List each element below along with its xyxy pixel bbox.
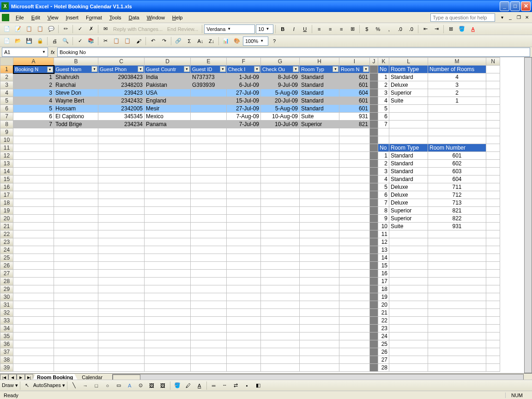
cell-N14[interactable] <box>486 168 500 175</box>
cell-N7[interactable] <box>486 113 500 121</box>
cell-F16[interactable] <box>227 183 261 191</box>
cell-M33[interactable] <box>428 317 486 325</box>
row-header-4[interactable]: 4 <box>0 89 13 97</box>
cell-N22[interactable] <box>486 230 500 238</box>
cell-N32[interactable] <box>486 309 500 317</box>
cell-N5[interactable] <box>486 97 500 105</box>
cell-H2[interactable]: Standard <box>300 73 339 81</box>
cell-D30[interactable] <box>145 293 191 301</box>
cell-I21[interactable] <box>339 223 370 230</box>
cell-C13[interactable] <box>98 160 145 168</box>
cell-I33[interactable] <box>339 317 370 325</box>
cell-K18[interactable]: 7 <box>378 199 389 207</box>
cell-H32[interactable] <box>300 309 339 317</box>
cell-D28[interactable] <box>145 278 191 285</box>
send-mail-icon[interactable]: ✉ <box>100 24 110 34</box>
cell-K21[interactable]: 10 <box>378 223 389 230</box>
cell-N6[interactable] <box>486 105 500 113</box>
cell-I2[interactable]: 601 <box>339 73 370 81</box>
filter-arrow-icon[interactable]: ▼ <box>363 66 369 72</box>
arrow-icon[interactable]: → <box>80 381 91 391</box>
row-header-3[interactable]: 3 <box>0 81 13 89</box>
cell-G5[interactable]: 20-Jul-09 <box>261 97 300 105</box>
cell-C16[interactable] <box>98 183 145 191</box>
menu-format[interactable]: Format <box>82 14 106 21</box>
bold-button[interactable]: B <box>278 24 288 34</box>
cell-A37[interactable] <box>13 348 54 356</box>
cell-H25[interactable] <box>300 254 339 262</box>
cell-M1[interactable]: Number of Rooms <box>428 66 486 73</box>
cell-E32[interactable] <box>191 309 227 317</box>
cell-N20[interactable] <box>486 215 500 223</box>
row-header-6[interactable]: 6 <box>0 105 13 113</box>
cell-A27[interactable] <box>13 270 54 278</box>
cell-M9[interactable] <box>428 128 486 136</box>
cell-D1[interactable]: Guest Countr▼ <box>145 66 191 73</box>
new-comment-icon[interactable]: 📄 <box>2 24 12 34</box>
cell-G17[interactable] <box>261 191 300 199</box>
font-combo[interactable]: Verdana▼ <box>204 24 255 34</box>
cell-B3[interactable]: Ranchai <box>54 81 98 89</box>
cell-B30[interactable] <box>54 293 98 301</box>
cell-L10[interactable] <box>389 136 428 144</box>
name-box[interactable]: A1▼ <box>2 48 48 57</box>
row-header-25[interactable]: 25 <box>0 254 13 262</box>
cell-G25[interactable] <box>261 254 300 262</box>
cell-C2[interactable]: 29038423 <box>98 73 145 81</box>
cell-A19[interactable] <box>13 207 54 215</box>
cell-G26[interactable] <box>261 262 300 270</box>
cell-A14[interactable] <box>13 168 54 175</box>
cell-M24[interactable] <box>428 246 486 254</box>
cell-L14[interactable]: Standard <box>389 168 428 175</box>
align-left-icon[interactable]: ≡ <box>314 24 324 34</box>
cell-N37[interactable] <box>486 348 500 356</box>
cell-I28[interactable] <box>339 278 370 285</box>
cell-I38[interactable] <box>339 356 370 364</box>
row-header-16[interactable]: 16 <box>0 183 13 191</box>
cell-B33[interactable] <box>54 317 98 325</box>
cell-D37[interactable] <box>145 348 191 356</box>
cell-A30[interactable] <box>13 293 54 301</box>
menu-help[interactable]: Help <box>169 14 187 21</box>
cell-H11[interactable] <box>300 144 339 152</box>
spelling-icon[interactable]: ✓ <box>75 36 85 46</box>
cell-L13[interactable]: Standard <box>389 160 428 168</box>
cell-M19[interactable]: 821 <box>428 207 486 215</box>
cell-N10[interactable] <box>486 136 500 144</box>
sort-asc-icon[interactable]: A↓ <box>195 36 206 46</box>
cell-G7[interactable]: 10-Aug-09 <box>261 113 300 121</box>
cell-H8[interactable]: Superior <box>300 121 339 128</box>
cell-B4[interactable]: Steve Don <box>54 89 98 97</box>
cell-H12[interactable] <box>300 152 339 160</box>
cell-A23[interactable] <box>13 238 54 246</box>
cell-H27[interactable] <box>300 270 339 278</box>
cell-B5[interactable]: Wayne Bert <box>54 97 98 105</box>
decrease-decimal-icon[interactable]: .0 <box>406 24 416 34</box>
cell-K5[interactable]: 4 <box>378 97 389 105</box>
fx-icon[interactable]: fx <box>48 49 57 55</box>
filter-arrow-icon[interactable]: ▼ <box>91 66 97 72</box>
cell-A25[interactable] <box>13 254 54 262</box>
cell-E30[interactable] <box>191 293 227 301</box>
cell-D15[interactable] <box>145 175 191 183</box>
filter-arrow-icon[interactable]: ▼ <box>47 66 53 73</box>
cell-M17[interactable]: 712 <box>428 191 486 199</box>
cell-L5[interactable]: Suite <box>389 97 428 105</box>
percent-icon[interactable]: % <box>373 24 383 34</box>
cell-K32[interactable]: 21 <box>378 309 389 317</box>
cell-M27[interactable] <box>428 270 486 278</box>
cell-L8[interactable] <box>389 121 428 128</box>
cell-D23[interactable] <box>145 238 191 246</box>
cell-N24[interactable] <box>486 246 500 254</box>
cell-C19[interactable] <box>98 207 145 215</box>
maximize-button[interactable]: □ <box>510 1 520 11</box>
cell-D2[interactable]: India <box>145 73 191 81</box>
decrease-indent-icon[interactable]: ⇤ <box>420 24 430 34</box>
row-header-28[interactable]: 28 <box>0 278 13 285</box>
row-header-27[interactable]: 27 <box>0 270 13 278</box>
cell-I10[interactable] <box>339 136 370 144</box>
row-header-5[interactable]: 5 <box>0 97 13 105</box>
increase-indent-icon[interactable]: ⇥ <box>431 24 441 34</box>
cell-E26[interactable] <box>191 262 227 270</box>
cell-L38[interactable] <box>389 356 428 364</box>
